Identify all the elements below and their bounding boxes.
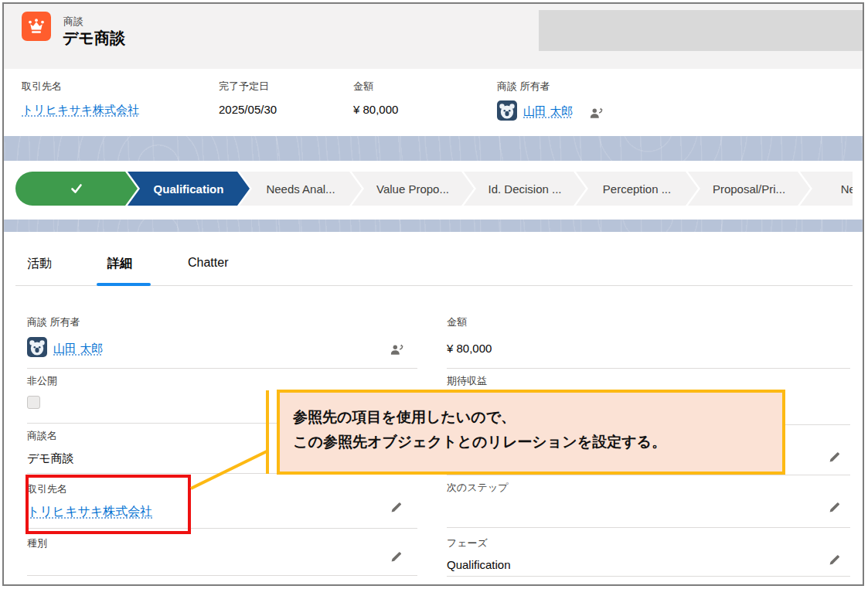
object-label: 商談 bbox=[63, 15, 83, 29]
change-owner-icon[interactable] bbox=[390, 343, 404, 359]
path-stage-completed[interactable] bbox=[15, 172, 138, 206]
path-stage-value-proposition[interactable]: Value Propo... bbox=[352, 172, 474, 206]
crown-icon bbox=[27, 17, 46, 36]
tab-chatter[interactable]: Chatter bbox=[188, 256, 228, 270]
annotation-text-line2: この参照先オブジェクトとのリレーションを設定する。 bbox=[293, 430, 782, 455]
redacted-action-toolbar bbox=[539, 10, 863, 51]
field-stage-value: Qualification bbox=[447, 558, 511, 571]
owner-avatar bbox=[27, 337, 47, 357]
field-label-type: 種別 bbox=[27, 536, 47, 550]
field-divider bbox=[447, 368, 850, 369]
check-icon bbox=[70, 182, 83, 196]
edit-pencil-icon[interactable] bbox=[390, 501, 403, 513]
change-owner-icon[interactable] bbox=[590, 107, 604, 122]
tab-activity[interactable]: 活動 bbox=[27, 256, 52, 272]
field-divider bbox=[447, 576, 850, 577]
highlight-account-link[interactable]: トリヒキサキ株式会社 bbox=[22, 103, 139, 117]
field-amount: ¥ 80,000 bbox=[447, 342, 492, 355]
tab-details[interactable]: 詳細 bbox=[107, 256, 132, 272]
page-background-band bbox=[4, 220, 863, 232]
highlight-label-owner: 商談 所有者 bbox=[497, 80, 550, 94]
opportunity-crown-icon bbox=[22, 12, 51, 41]
highlight-close-date: 2025/05/30 bbox=[219, 103, 277, 116]
path-stage-perception[interactable]: Perception ... bbox=[576, 172, 698, 206]
path-stage-proposal-pricing[interactable]: Proposal/Pri... bbox=[688, 172, 810, 206]
field-divider bbox=[447, 475, 850, 475]
page-title: デモ商談 bbox=[63, 28, 125, 49]
sales-path: Qualification Needs Anal... Value Propo.… bbox=[15, 172, 853, 206]
opportunity-record-page: 商談 デモ商談 取引先名 トリヒキサキ株式会社 完了予定日 2025/05/30… bbox=[0, 0, 868, 589]
page-background-band bbox=[4, 136, 863, 161]
highlight-label-account: 取引先名 bbox=[22, 80, 62, 94]
annotation-callout: 参照先の項目を使用したいので、 この参照先オブジェクトとのリレーションを設定する… bbox=[277, 390, 785, 475]
private-checkbox[interactable] bbox=[27, 396, 40, 409]
field-label-expected-revenue: 期待収益 bbox=[447, 374, 487, 388]
highlight-label-amount: 金額 bbox=[353, 80, 373, 94]
edit-pencil-icon[interactable] bbox=[829, 451, 841, 463]
field-label-amount: 金額 bbox=[447, 315, 467, 329]
field-label-stage: フェーズ bbox=[447, 536, 488, 550]
account-field-highlight-box bbox=[26, 475, 191, 534]
field-label-owner: 商談 所有者 bbox=[27, 315, 80, 329]
field-divider bbox=[27, 368, 417, 369]
path-stage-qualification[interactable]: Qualification bbox=[128, 172, 250, 206]
owner-avatar bbox=[497, 100, 517, 121]
edit-pencil-icon[interactable] bbox=[829, 501, 841, 513]
active-tab-underline bbox=[97, 283, 151, 286]
path-stage-needs-analysis[interactable]: Needs Anal... bbox=[240, 172, 362, 206]
edit-pencil-icon[interactable] bbox=[390, 550, 403, 563]
highlight-amount: ¥ 80,000 bbox=[353, 103, 398, 116]
field-divider bbox=[27, 575, 417, 576]
edit-pencil-icon[interactable] bbox=[829, 553, 841, 566]
field-opportunity-name: デモ商談 bbox=[27, 451, 74, 466]
field-label-next-step: 次のステップ bbox=[447, 481, 509, 495]
field-label-private: 非公開 bbox=[27, 374, 57, 388]
annotation-text-line1: 参照先の項目を使用したいので、 bbox=[293, 405, 782, 430]
highlight-owner-link[interactable]: 山田 太郎 bbox=[523, 104, 573, 119]
field-divider bbox=[447, 527, 850, 528]
path-stage-id-decision[interactable]: Id. Decision ... bbox=[464, 172, 586, 206]
highlight-label-close-date: 完了予定日 bbox=[219, 80, 269, 94]
field-label-opportunity-name: 商談名 bbox=[27, 429, 57, 443]
field-owner-link[interactable]: 山田 太郎 bbox=[53, 342, 103, 356]
